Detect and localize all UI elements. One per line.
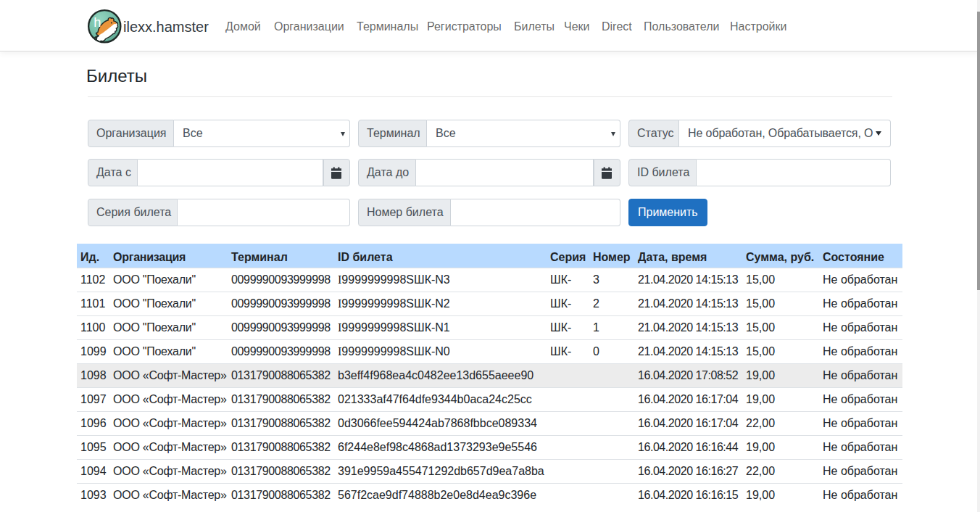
svg-text:h: h	[94, 15, 101, 30]
